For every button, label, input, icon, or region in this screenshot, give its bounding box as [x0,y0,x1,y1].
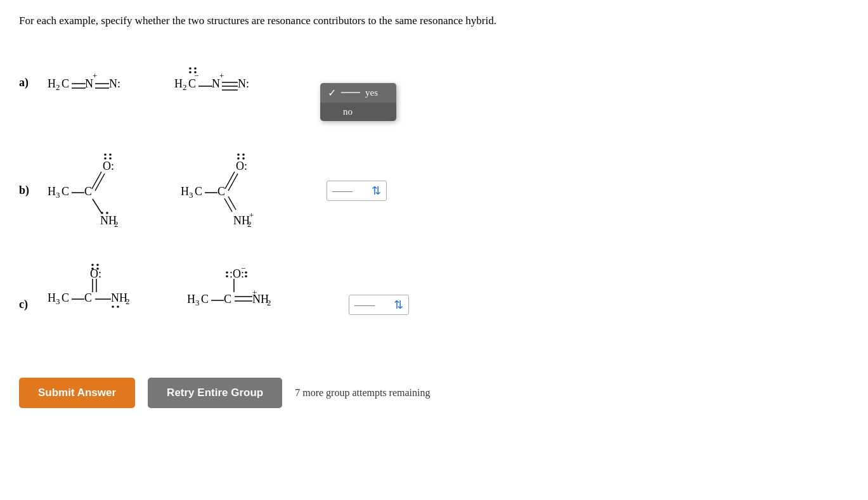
svg-text:C: C [62,185,69,198]
svg-text:N:: N: [238,77,249,90]
bottom-bar: Submit Answer Retry Entire Group 7 more … [19,371,849,408]
dropdown-placeholder-c: —— [354,299,394,311]
problem-row-c: c) O: H 3 C [19,264,849,346]
structure-a1: H 2 C N + N: [44,61,146,105]
svg-text:H: H [187,293,195,305]
svg-text:3: 3 [56,297,60,306]
svg-line-37 [93,199,101,213]
dropdown-arrow-b: ⇅ [372,184,381,198]
svg-line-48 [228,174,238,191]
svg-point-36 [109,157,112,160]
dropdown-wrapper-c[interactable]: —— ⇅ [349,295,409,315]
svg-point-61 [96,264,99,266]
svg-line-47 [225,172,235,189]
attempts-text: 7 more group attempts remaining [295,387,430,399]
svg-point-81 [245,275,247,278]
svg-point-60 [91,264,94,266]
svg-point-17 [194,67,197,70]
answer-area-c[interactable]: —— ⇅ [349,295,409,315]
structure-c2: :O: − H 3 C C [184,264,311,346]
svg-text:2: 2 [267,298,271,307]
svg-point-50 [237,153,240,156]
svg-point-40 [101,212,103,214]
svg-text:3: 3 [189,190,193,200]
dropdown-yes-label: yes [365,87,378,98]
svg-text:3: 3 [195,298,200,307]
svg-text:C: C [62,77,69,90]
open-dropdown-a[interactable]: ✓ yes no [320,83,396,121]
svg-text:+: + [93,71,97,80]
structure-b1: H 3 C C O: [44,150,152,232]
svg-text:C: C [201,293,209,305]
svg-text:H: H [181,185,189,198]
instruction-text: For each example, specify whether the tw… [19,13,849,29]
svg-point-75 [117,305,119,308]
svg-point-41 [106,212,108,214]
svg-text:O:: O: [236,160,247,172]
dropdown-arrow-c: ⇅ [394,298,403,312]
svg-text:H: H [48,77,56,90]
svg-text:H: H [48,292,56,304]
svg-text:O:: O: [103,160,114,172]
dropdown-wrapper-b[interactable]: —— ⇅ [327,181,387,201]
svg-text:C: C [84,185,92,198]
structure-b2: H 3 C C O: [178,150,288,232]
svg-point-52 [237,157,240,160]
svg-point-33 [104,153,107,156]
answer-area-b[interactable]: —— ⇅ [327,181,387,201]
checkmark-icon: ✓ [328,87,336,99]
svg-text:2: 2 [126,297,130,306]
dropdown-placeholder-b: —— [332,185,372,196]
svg-text:C: C [224,293,231,305]
svg-point-35 [104,157,107,160]
svg-point-51 [242,153,245,156]
svg-point-80 [245,271,247,274]
svg-point-78 [226,271,228,274]
svg-text:2: 2 [114,219,119,229]
svg-text:H: H [48,185,56,198]
svg-point-16 [189,67,191,70]
structure-a2: H 2 C − N + [171,61,276,105]
line-decoration [341,92,360,93]
problems-container: a) H 2 C N + [19,48,849,352]
structures-b: H 3 C C O: [44,150,387,232]
svg-text:C: C [84,292,92,304]
submit-button[interactable]: Submit Answer [19,378,135,408]
problem-label-c: c) [19,298,44,311]
problem-row-a: a) H 2 C N + [19,48,849,118]
problem-row-b: b) H 3 C C O: [19,150,849,232]
svg-text:−: − [241,264,245,273]
svg-text:+: + [219,71,224,80]
svg-line-31 [95,174,105,191]
structures-a: H 2 C N + N: [44,61,320,105]
problem-label-b: b) [19,184,44,197]
problem-label-a: a) [19,76,44,89]
svg-text:H: H [174,77,183,90]
svg-text:+: + [252,288,257,297]
svg-point-62 [91,267,94,270]
structure-c1: O: H 3 C C [44,264,159,346]
svg-point-34 [109,153,112,156]
svg-text:2: 2 [56,82,60,92]
svg-text:C: C [195,185,202,198]
svg-point-14 [189,71,191,74]
svg-line-30 [92,172,101,189]
svg-text:3: 3 [56,190,60,200]
svg-text:C: C [62,292,69,304]
structures-c: O: H 3 C C [44,264,409,346]
svg-text:2: 2 [247,219,252,229]
svg-point-63 [96,267,99,270]
svg-text:C: C [217,185,225,198]
svg-point-79 [226,275,228,278]
svg-point-53 [242,157,245,160]
dropdown-no-label: no [343,106,353,117]
retry-button[interactable]: Retry Entire Group [148,378,282,408]
svg-text:2: 2 [183,82,187,92]
svg-point-74 [112,305,114,308]
svg-text:+: + [249,210,254,220]
dropdown-item-yes-a[interactable]: ✓ yes [320,83,396,103]
svg-point-15 [194,71,197,74]
dropdown-item-no-a[interactable]: no [320,103,396,121]
svg-text:N:: N: [109,77,120,90]
